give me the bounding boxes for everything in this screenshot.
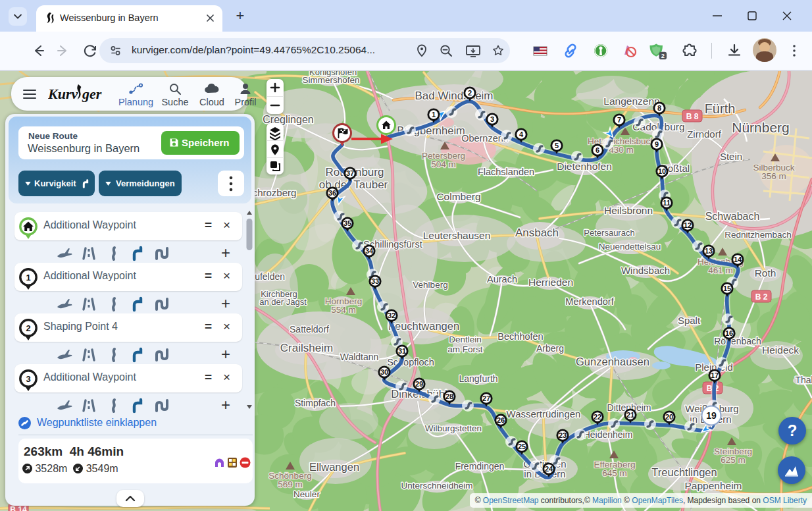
svg-text:Dentlein: Dentlein [449,335,482,344]
svg-text:an der Jagst: an der Jagst [259,297,307,307]
svg-text:24: 24 [545,465,553,473]
svg-text:27: 27 [482,394,490,402]
svg-text:Zirndorf: Zirndorf [687,128,722,140]
svg-text:B 2: B 2 [755,292,768,302]
svg-text:Schwabach: Schwabach [705,211,760,222]
svg-text:B 14: B 14 [10,505,27,511]
svg-text:11: 11 [663,199,671,207]
svg-text:Langenzenn: Langenzenn [603,95,659,107]
svg-text:Arberg: Arberg [536,343,564,354]
svg-text:10: 10 [658,167,666,175]
svg-text:Ellwangen: Ellwangen [309,461,359,473]
svg-text:Windsbach: Windsbach [621,265,670,276]
svg-text:Kurv: Kurv [48,86,78,102]
svg-text:16: 16 [725,329,733,337]
svg-text:9: 9 [655,140,659,148]
svg-text:28: 28 [445,392,453,400]
svg-text:20: 20 [665,413,673,421]
svg-text:Bad Windsheim: Bad Windsheim [415,90,493,102]
svg-text:Roth: Roth [755,267,776,279]
svg-text:645 m: 645 m [602,468,627,478]
svg-text:Wilburgstetten: Wilburgstetten [425,423,482,433]
svg-text:Langfurth: Langfurth [459,373,497,384]
svg-text:Aurach: Aurach [487,274,517,284]
svg-text:Satteldorf: Satteldorf [290,324,329,335]
svg-text:2: 2 [26,323,30,333]
svg-text:31: 31 [398,347,406,355]
svg-text:32: 32 [388,311,395,319]
svg-text:Pappenheim: Pappenheim [684,480,742,491]
svg-text:15: 15 [723,284,731,292]
svg-text:12: 12 [684,221,692,229]
svg-text:37: 37 [346,169,354,177]
svg-text:29: 29 [415,380,423,388]
svg-text:Gunzenhausen: Gunzenhausen [576,356,649,367]
svg-text:Bechhofen: Bechhofen [497,331,543,342]
svg-text:Fürth: Fürth [705,101,736,116]
svg-text:Rednitzhembach: Rednitzhembach [724,230,791,240]
svg-text:Vehlberg: Vehlberg [413,280,447,290]
svg-text:Wassertrüdingen: Wassertrüdingen [507,408,581,419]
svg-text:Unterschneidheim: Unterschneidheim [401,481,473,491]
svg-text:Heidenheim: Heidenheim [584,429,633,440]
svg-text:Neuendettelsau: Neuendettelsau [599,242,661,252]
svg-text:23: 23 [559,431,567,439]
svg-text:3: 3 [26,374,30,384]
svg-text:625 m: 625 m [721,455,746,465]
svg-text:8: 8 [657,104,661,112]
svg-text:19: 19 [706,410,717,421]
svg-text:356 m: 356 m [761,171,786,181]
svg-text:Waldtann: Waldtann [340,352,379,362]
svg-text:5: 5 [555,142,559,149]
svg-text:2: 2 [468,89,472,97]
svg-text:34: 34 [365,247,374,255]
svg-text:B 8: B 8 [686,112,699,121]
svg-text:22: 22 [594,413,601,421]
svg-text:Feuchtwangen: Feuchtwangen [388,320,459,332]
svg-text:ger: ger [82,86,102,102]
svg-text:Nürnberg: Nürnberg [732,120,790,135]
svg-text:Fremdingen: Fremdingen [455,461,505,471]
svg-text:21: 21 [626,411,634,419]
svg-text:14: 14 [734,256,742,263]
svg-text:Leutershausen: Leutershausen [423,230,491,241]
svg-text:2: 2 [661,53,665,59]
svg-text:26: 26 [497,416,505,424]
svg-text:Colmberg: Colmberg [436,191,480,202]
svg-text:4: 4 [519,130,524,138]
svg-text:Petersaurach: Petersaurach [584,228,634,238]
svg-text:Crailsheim: Crailsheim [280,342,333,354]
svg-text:Spalt: Spalt [678,315,701,326]
svg-text:Simmershofen: Simmershofen [302,75,359,85]
svg-text:Neuler: Neuler [293,489,320,499]
svg-text:36: 36 [328,189,336,197]
svg-text:Flachslanden: Flachslanden [478,167,534,177]
svg-text:13: 13 [705,247,713,255]
svg-text:Ansbach: Ansbach [515,227,559,239]
svg-text:am Forst: am Forst [447,344,483,354]
svg-text:Merkendorf: Merkendorf [565,296,614,307]
svg-text:554 m: 554 m [331,305,356,315]
svg-text:569 m: 569 m [278,479,303,489]
svg-text:35: 35 [343,219,351,227]
svg-text:1: 1 [432,111,436,119]
svg-text:Treuchtlingen: Treuchtlingen [651,466,717,478]
svg-text:Heideck: Heideck [762,344,799,356]
svg-text:7: 7 [617,116,621,124]
svg-text:Röttenbach: Röttenbach [714,336,761,346]
svg-text:17: 17 [711,371,719,379]
svg-text:504 m: 504 m [431,159,456,169]
svg-text:30: 30 [380,368,388,376]
svg-text:25: 25 [518,443,526,450]
svg-text:Heilsbronn: Heilsbronn [604,205,653,216]
svg-text:33: 33 [371,277,379,285]
svg-text:Thal: Thal [795,375,812,385]
svg-text:Herrieden: Herrieden [528,277,573,288]
svg-text:6: 6 [596,146,599,154]
svg-text:Stein: Stein [720,151,742,162]
svg-text:1: 1 [26,273,30,282]
svg-text:Stimpfach: Stimpfach [295,398,336,408]
svg-text:3: 3 [490,115,494,123]
